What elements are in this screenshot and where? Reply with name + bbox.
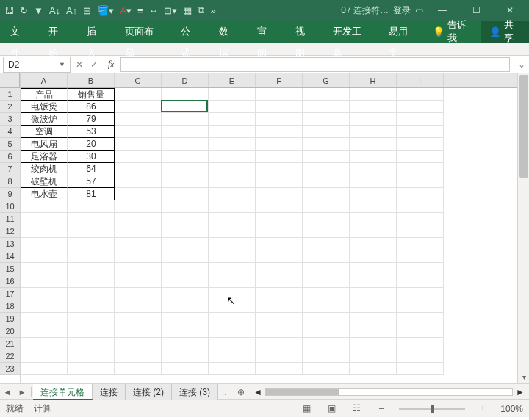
cell[interactable] xyxy=(350,126,397,138)
cell[interactable] xyxy=(350,200,397,213)
cell[interactable] xyxy=(162,138,209,151)
save-icon[interactable]: 🖫 xyxy=(4,5,14,16)
cell[interactable] xyxy=(162,200,209,213)
cell[interactable] xyxy=(350,151,397,163)
row-header[interactable]: 7 xyxy=(0,163,20,175)
font-color-icon[interactable]: A▾ xyxy=(120,5,132,16)
sheet-tab-3[interactable]: 连接 (2) xyxy=(126,384,172,400)
row-header[interactable]: 16 xyxy=(0,275,20,288)
cell[interactable] xyxy=(115,300,162,313)
cell[interactable] xyxy=(209,313,256,325)
cell[interactable] xyxy=(209,325,256,338)
name-box[interactable]: D2 ▼ xyxy=(3,57,71,73)
column-width-icon[interactable]: ↔ xyxy=(148,5,158,16)
horizontal-scrollbar[interactable]: ◄ ► xyxy=(249,387,529,397)
scroll-thumb[interactable] xyxy=(519,75,528,178)
cell[interactable] xyxy=(303,350,350,363)
cell[interactable]: 产品 xyxy=(21,88,68,101)
cell[interactable] xyxy=(397,200,444,213)
cell[interactable] xyxy=(21,238,68,250)
cell[interactable] xyxy=(350,275,397,288)
sheet-tab-4[interactable]: 连接 (3) xyxy=(172,384,218,400)
sheet-tab-more[interactable]: … xyxy=(218,388,233,397)
row-header[interactable]: 22 xyxy=(0,350,20,363)
cell[interactable]: 57 xyxy=(68,175,115,188)
tab-addin[interactable]: 易用宝 xyxy=(378,21,425,43)
cell[interactable] xyxy=(68,350,115,363)
close-button[interactable]: ✕ xyxy=(495,5,525,15)
column-header[interactable]: G xyxy=(303,73,350,87)
minimize-button[interactable]: — xyxy=(428,5,457,15)
cell[interactable] xyxy=(256,225,303,238)
cell[interactable] xyxy=(68,275,115,288)
tab-file[interactable]: 文件 xyxy=(0,21,38,43)
cell[interactable] xyxy=(350,288,397,300)
cell[interactable] xyxy=(397,151,444,163)
cell[interactable] xyxy=(115,101,162,113)
cell[interactable] xyxy=(162,88,209,101)
cell[interactable] xyxy=(303,175,350,188)
cell[interactable]: 30 xyxy=(68,151,115,163)
cell[interactable] xyxy=(350,313,397,325)
cell[interactable] xyxy=(209,275,256,288)
cell[interactable] xyxy=(397,288,444,300)
column-header[interactable]: C xyxy=(115,73,162,87)
cell[interactable] xyxy=(162,313,209,325)
select-all-corner[interactable] xyxy=(0,73,20,88)
cell[interactable] xyxy=(115,325,162,338)
row-header[interactable]: 20 xyxy=(0,325,20,338)
cell[interactable] xyxy=(256,338,303,350)
cell[interactable] xyxy=(209,350,256,363)
cell[interactable] xyxy=(397,213,444,225)
cell[interactable] xyxy=(162,101,209,113)
cell[interactable] xyxy=(162,350,209,363)
hscroll-thumb[interactable] xyxy=(266,389,339,395)
cell[interactable] xyxy=(397,188,444,200)
cell[interactable] xyxy=(21,225,68,238)
cell[interactable] xyxy=(397,163,444,175)
scroll-right-icon[interactable]: ► xyxy=(516,387,525,397)
cell[interactable] xyxy=(21,350,68,363)
cell[interactable] xyxy=(350,338,397,350)
cell[interactable] xyxy=(162,263,209,275)
more-icon[interactable]: » xyxy=(210,5,215,16)
cell[interactable] xyxy=(256,363,303,375)
cell[interactable] xyxy=(303,338,350,350)
cell[interactable] xyxy=(397,225,444,238)
cell[interactable] xyxy=(21,275,68,288)
cell[interactable] xyxy=(303,300,350,313)
scroll-left-icon[interactable]: ◄ xyxy=(253,387,262,397)
cell[interactable] xyxy=(68,363,115,375)
cell[interactable] xyxy=(256,350,303,363)
tab-nav-next[interactable]: ► xyxy=(15,388,29,397)
cell[interactable] xyxy=(68,250,115,263)
formula-input[interactable] xyxy=(120,57,510,72)
cell[interactable] xyxy=(397,250,444,263)
cell[interactable] xyxy=(162,238,209,250)
row-header[interactable]: 9 xyxy=(0,188,20,200)
cell[interactable]: 电饭煲 xyxy=(21,101,68,113)
cell[interactable] xyxy=(115,350,162,363)
sheet-tab-2[interactable]: 连接 xyxy=(93,384,126,400)
cell[interactable] xyxy=(162,213,209,225)
cell[interactable] xyxy=(162,275,209,288)
cell[interactable] xyxy=(350,238,397,250)
cell[interactable] xyxy=(115,238,162,250)
cell[interactable] xyxy=(115,88,162,101)
cell[interactable]: 53 xyxy=(68,126,115,138)
freeze-icon[interactable]: ▦ xyxy=(183,5,192,16)
filter-icon[interactable]: ▼ xyxy=(34,5,43,16)
column-header[interactable]: D xyxy=(162,73,209,87)
cell[interactable] xyxy=(162,113,209,126)
row-header[interactable]: 15 xyxy=(0,263,20,275)
cell[interactable] xyxy=(115,250,162,263)
tab-home[interactable]: 开始 xyxy=(38,21,76,43)
cell[interactable] xyxy=(115,151,162,163)
cell[interactable] xyxy=(350,188,397,200)
cell[interactable] xyxy=(397,113,444,126)
sheet-tab-1[interactable]: 连接单元格 xyxy=(33,384,93,400)
cell[interactable] xyxy=(303,213,350,225)
column-header[interactable]: H xyxy=(350,73,397,87)
cell[interactable] xyxy=(303,325,350,338)
row-header[interactable]: 5 xyxy=(0,138,20,151)
